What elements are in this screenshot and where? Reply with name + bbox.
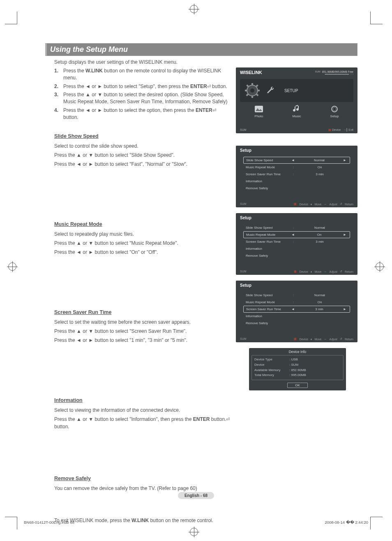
section-title-bar: Using the Setup Menu bbox=[45, 43, 357, 56]
setup-row: Remove Safely bbox=[243, 252, 350, 259]
sub-heading: Remove Safely bbox=[54, 476, 230, 481]
paragraph: Press the ▲ or ▼ button to select "Slide… bbox=[54, 151, 230, 159]
paragraph: Select to set the waiting time before th… bbox=[54, 318, 230, 326]
wiselink-title: WISELINK bbox=[240, 70, 262, 75]
wiselink-item-photo: Photo bbox=[254, 104, 263, 118]
setup-row: Slide Show Speed◄Normal► bbox=[243, 157, 350, 164]
setup-screen: SetupSlide Show Speed:NormalMusic Repeat… bbox=[236, 213, 357, 275]
svg-rect-10 bbox=[255, 106, 263, 112]
paragraph: Press the ▲ or ▼ button to select "Music… bbox=[54, 239, 230, 247]
paragraph: Press the ◄ or ► button to select "1 min… bbox=[54, 337, 230, 344]
step-item: 4.Press the ◄ or ► button to select the … bbox=[54, 107, 230, 121]
music-icon bbox=[292, 104, 301, 114]
setup-row: Music Repeat Mode:On bbox=[243, 299, 350, 306]
wrench-icon bbox=[265, 85, 275, 96]
step-item: 3.Press the ▲ or ▼ button to select the … bbox=[54, 91, 230, 105]
step-item: 1.Press the W.LINK button on the remote … bbox=[54, 67, 230, 81]
paragraph: Select to control the slide show speed. bbox=[54, 142, 230, 150]
right-arrow-icon: ► bbox=[343, 233, 347, 237]
registration-mark bbox=[376, 262, 384, 271]
right-arrow-icon: ► bbox=[343, 307, 347, 311]
wiselink-item-setup: Setup bbox=[330, 104, 339, 118]
setup-screen: SetupSlide Show Speed:NormalMusic Repeat… bbox=[236, 281, 357, 342]
wiselink-item-music: Music bbox=[292, 104, 301, 118]
devinfo-row: Device: SUM bbox=[254, 362, 341, 368]
photo-icon bbox=[254, 104, 263, 114]
devinfo-row: Device Type: USB bbox=[254, 357, 341, 362]
gear-small-icon bbox=[330, 104, 339, 114]
gear-icon bbox=[244, 82, 261, 99]
ok-button[interactable]: OK bbox=[287, 383, 308, 388]
setup-screen: SetupSlide Show Speed◄Normal►Music Repea… bbox=[236, 146, 357, 207]
svg-rect-5 bbox=[257, 90, 260, 91]
device-info-title: Device Info bbox=[249, 350, 346, 354]
registration-mark bbox=[8, 262, 16, 271]
setup-row: Music Repeat Mode:On bbox=[243, 164, 350, 171]
enter-icon: ⏎ bbox=[207, 84, 211, 90]
setup-row: Slide Show Speed:Normal bbox=[243, 292, 350, 299]
step-item: 2.Press the ◄ or ► button to select "Set… bbox=[54, 83, 230, 90]
page-number: English - 68 bbox=[178, 492, 214, 499]
right-arrow-icon: ► bbox=[343, 158, 347, 162]
paragraph: Select to repeatedly play music files. bbox=[54, 230, 230, 238]
setup-row: Music Repeat Mode◄On► bbox=[243, 231, 350, 238]
steps-list: 1.Press the W.LINK button on the remote … bbox=[54, 67, 230, 121]
svg-rect-3 bbox=[251, 95, 253, 98]
setup-row: Screen Saver Run Time:3 min bbox=[243, 171, 350, 178]
paragraph: You can remove the device safely from th… bbox=[54, 485, 230, 492]
setup-title: Setup bbox=[240, 283, 353, 288]
setup-row: Screen Saver Run Time:3 min bbox=[243, 238, 350, 245]
device-info-panel: Device Info Device Type: USBDevice: SUMA… bbox=[249, 348, 346, 390]
setup-title: Setup bbox=[240, 216, 353, 220]
section-title: Using the Setup Menu bbox=[50, 45, 354, 54]
sub-heading: Information bbox=[54, 397, 230, 403]
wiselink-screen: WISELINK SUM 851.98MB/995.00MB Free bbox=[236, 67, 357, 133]
setup-row: Information bbox=[243, 313, 350, 320]
left-arrow-icon: ◄ bbox=[291, 233, 295, 237]
enter-icon: ⏎ bbox=[212, 107, 216, 114]
setup-row: Information bbox=[243, 178, 350, 185]
setup-row: Slide Show Speed:Normal bbox=[243, 224, 350, 231]
setup-title: Setup bbox=[240, 148, 353, 153]
paragraph: Select to viewing the information of the… bbox=[54, 406, 230, 414]
devinfo-row: Available Memory: 852.90MB bbox=[254, 368, 341, 373]
paragraph: Press the ▲ or ▼ button to select "Infor… bbox=[54, 416, 230, 430]
registration-mark bbox=[190, 528, 198, 536]
setup-footer: SUM▦ Device ♦ Move ↔ Adjust ↺ Return bbox=[240, 202, 353, 206]
svg-rect-4 bbox=[245, 90, 247, 91]
paragraph: Press the ◄ or ► button to select "Fast"… bbox=[54, 160, 230, 168]
svg-point-13 bbox=[334, 108, 336, 110]
setup-row: Remove Safely bbox=[243, 185, 350, 192]
setup-caption: SETUP bbox=[284, 88, 298, 93]
devinfo-row: Total Memory: 995.00MB bbox=[254, 373, 341, 378]
registration-mark bbox=[190, 5, 198, 13]
intro-text: Setup displays the user settings of the … bbox=[54, 59, 357, 65]
setup-footer: SUM▦ Device ♦ Move ↔ Adjust ↺ Return bbox=[240, 337, 353, 341]
left-arrow-icon: ◄ bbox=[291, 158, 295, 162]
setup-row: Screen Saver Run Time◄3 min► bbox=[243, 306, 350, 313]
setup-row: Information bbox=[243, 245, 350, 252]
setup-row: Remove Safely bbox=[243, 320, 350, 327]
sub-heading: Music Repeat Mode bbox=[54, 221, 230, 227]
setup-footer: SUM▦ Device ♦ Move ↔ Adjust ↺ Return bbox=[240, 270, 353, 273]
sub-heading: Slide Show Speed bbox=[54, 133, 230, 139]
footer: BN68-01412T-00Eng.indb 68 2008-08-14 �� … bbox=[24, 520, 368, 525]
sub-heading: Screen Saver Run Time bbox=[54, 309, 230, 315]
paragraph: Press the ◄ or ► button to select "On" o… bbox=[54, 248, 230, 256]
svg-rect-2 bbox=[251, 83, 253, 86]
enter-icon: ⏎ bbox=[226, 416, 230, 423]
svg-point-1 bbox=[250, 88, 254, 93]
paragraph: Press the ▲ or ▼ button to select "Scree… bbox=[54, 327, 230, 335]
left-arrow-icon: ◄ bbox=[291, 307, 295, 311]
